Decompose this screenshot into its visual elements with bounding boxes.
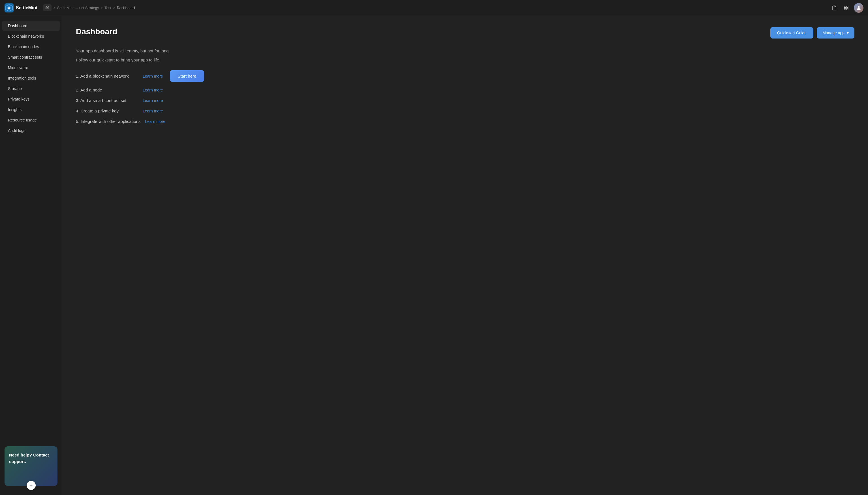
- sidebar-item-dashboard[interactable]: Dashboard: [2, 21, 60, 31]
- sidebar-item-blockchain-networks[interactable]: Blockchain networks: [2, 31, 60, 41]
- breadcrumb-item-1[interactable]: SettleMint … uct Strategy: [57, 6, 99, 10]
- step-text-3: 3. Add a smart contract set: [76, 98, 138, 103]
- step-4-learn-more-link[interactable]: Learn more: [143, 109, 163, 113]
- breadcrumb-sep-3: >: [113, 6, 115, 10]
- breadcrumb: > SettleMint … uct Strategy > Test > Das…: [43, 4, 135, 11]
- svg-rect-7: [847, 8, 848, 10]
- step-text-1: 1. Add a blockchain network: [76, 74, 138, 79]
- sidebar-item-blockchain-nodes[interactable]: Blockchain nodes: [2, 41, 60, 52]
- help-card-button[interactable]: +: [27, 481, 36, 490]
- help-card: Need help? Contact support. +: [4, 446, 57, 486]
- breadcrumb-home[interactable]: [43, 4, 52, 11]
- navbar-right: [830, 3, 864, 13]
- step-row-5: 5. Integrate with other applications Lea…: [76, 119, 274, 124]
- app-name: SettleMint: [16, 5, 37, 11]
- breadcrumb-item-2[interactable]: Test: [104, 6, 111, 10]
- sidebar-item-storage[interactable]: Storage: [2, 84, 60, 94]
- manage-app-button[interactable]: Manage app ▾: [817, 27, 854, 38]
- grid-icon-button[interactable]: [842, 4, 850, 12]
- navbar: SettleMint > SettleMint … uct Strategy >…: [0, 0, 868, 16]
- sidebar-item-integration-tools[interactable]: Integration tools: [2, 73, 60, 83]
- main-content: Dashboard Quickstart Guide Manage app ▾ …: [62, 16, 868, 495]
- step-2-learn-more-link[interactable]: Learn more: [143, 88, 163, 92]
- sidebar-nav: Dashboard Blockchain networks Blockchain…: [0, 20, 62, 136]
- step-text-4: 4. Create a private key: [76, 108, 138, 113]
- step-row-1: 1. Add a blockchain network Learn more S…: [76, 70, 274, 82]
- content-body: Your app dashboard is still empty, but n…: [76, 48, 274, 124]
- step-row-4: 4. Create a private key Learn more: [76, 108, 274, 113]
- svg-rect-6: [844, 8, 846, 10]
- sidebar-item-audit-logs[interactable]: Audit logs: [2, 125, 60, 136]
- main-layout: Dashboard Blockchain networks Blockchain…: [0, 16, 868, 495]
- svg-rect-4: [844, 6, 846, 7]
- sidebar-item-smart-contract-sets[interactable]: Smart contract sets: [2, 52, 60, 62]
- start-here-button[interactable]: Start here: [170, 70, 204, 82]
- breadcrumb-sep-2: >: [101, 6, 103, 10]
- step-row-2: 2. Add a node Learn more: [76, 87, 274, 92]
- sidebar-item-insights[interactable]: Insights: [2, 104, 60, 115]
- document-icon-button[interactable]: [830, 4, 838, 12]
- step-3-learn-more-link[interactable]: Learn more: [143, 98, 163, 103]
- navbar-left: SettleMint > SettleMint … uct Strategy >…: [4, 3, 135, 13]
- logo-icon: [4, 3, 14, 13]
- logo: SettleMint: [4, 3, 37, 13]
- step-row-3: 3. Add a smart contract set Learn more: [76, 98, 274, 103]
- sidebar-item-resource-usage[interactable]: Resource usage: [2, 115, 60, 125]
- avatar[interactable]: [854, 3, 864, 13]
- empty-message-1: Your app dashboard is still empty, but n…: [76, 48, 274, 54]
- page-title: Dashboard: [76, 27, 117, 36]
- header-actions: Quickstart Guide Manage app ▾: [770, 27, 854, 38]
- sidebar-item-middleware[interactable]: Middleware: [2, 63, 60, 73]
- page-header: Dashboard Quickstart Guide Manage app ▾: [76, 27, 854, 38]
- sidebar: Dashboard Blockchain networks Blockchain…: [0, 16, 62, 495]
- step-text-5: 5. Integrate with other applications: [76, 119, 140, 124]
- help-card-text: Need help? Contact support.: [9, 452, 53, 465]
- sidebar-bottom: Need help? Contact support. +: [0, 442, 62, 491]
- steps-list: 1. Add a blockchain network Learn more S…: [76, 70, 274, 124]
- svg-point-8: [858, 6, 860, 8]
- breadcrumb-current: Dashboard: [117, 6, 135, 10]
- chevron-down-icon: ▾: [847, 31, 849, 35]
- empty-message-2: Follow our quickstart to bring your app …: [76, 57, 274, 64]
- step-text-2: 2. Add a node: [76, 87, 138, 92]
- step-1-learn-more-link[interactable]: Learn more: [143, 74, 163, 79]
- breadcrumb-sep-1: >: [53, 6, 55, 10]
- quickstart-guide-button[interactable]: Quickstart Guide: [770, 27, 813, 38]
- step-5-learn-more-link[interactable]: Learn more: [145, 119, 165, 124]
- sidebar-item-private-keys[interactable]: Private keys: [2, 94, 60, 104]
- svg-rect-5: [847, 6, 848, 7]
